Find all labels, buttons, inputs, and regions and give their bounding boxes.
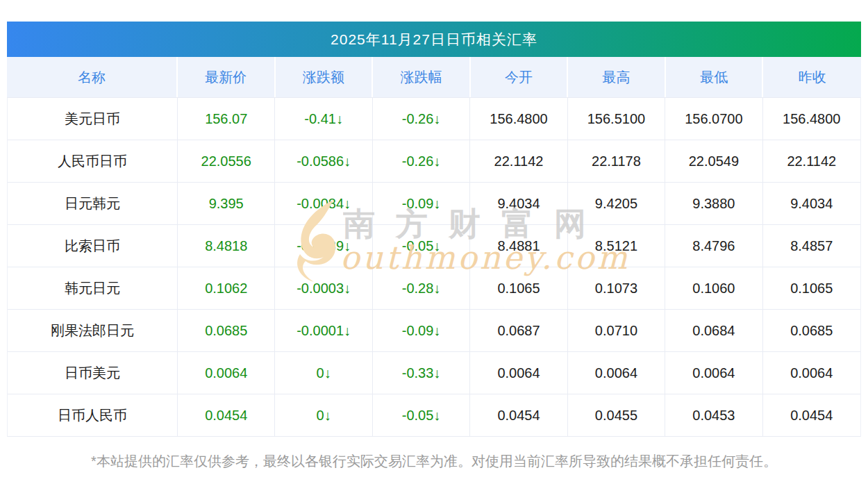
table-row: 比索日币8.4818-0.0039↓-0.05↓8.48818.51218.47…	[8, 225, 860, 267]
column-header-prev-close: 昨收	[763, 57, 861, 97]
cell-low: 8.4796	[665, 225, 762, 267]
cell-low: 0.0453	[665, 394, 762, 436]
cell-prev_close: 0.0064	[763, 352, 860, 394]
cell-high: 9.4205	[568, 183, 665, 224]
cell-prev_close: 0.1065	[763, 267, 860, 309]
table-row: 日币人民币0.04540↓-0.05↓0.04540.04550.04530.0…	[8, 394, 860, 437]
table-row: 美元日币156.07-0.41↓-0.26↓156.4800156.510015…	[8, 98, 860, 140]
cell-prev_close: 8.4857	[763, 225, 860, 267]
table-row: 日币美元0.00640↓-0.33↓0.00640.00640.00640.00…	[8, 352, 860, 394]
cell-open: 22.1142	[470, 140, 567, 182]
table-row: 刚果法郎日元0.0685-0.0001↓-0.09↓0.06870.07100.…	[8, 310, 860, 352]
cell-name: 人民币日币	[8, 140, 178, 182]
table-body: 美元日币156.07-0.41↓-0.26↓156.4800156.510015…	[7, 97, 861, 437]
cell-high: 156.5100	[568, 98, 665, 140]
cell-name: 刚果法郎日元	[8, 310, 178, 351]
cell-change_pct: -0.05↓	[373, 225, 470, 267]
exchange-rate-page: 2025年11月27日日币相关汇率 名称 最新价 涨跌额 涨跌幅 今开 最高 最…	[0, 0, 868, 484]
cell-change: 0↓	[275, 394, 372, 436]
cell-high: 0.0455	[568, 394, 665, 436]
cell-name: 日币美元	[8, 352, 178, 394]
table-row: 人民币日币22.0556-0.0586↓-0.26↓22.114222.1178…	[8, 140, 860, 183]
cell-low: 22.0549	[665, 140, 762, 182]
cell-change: -0.0586↓	[275, 140, 372, 182]
cell-low: 9.3880	[665, 183, 762, 224]
cell-low: 0.1060	[665, 267, 762, 309]
cell-change: 0↓	[275, 352, 372, 394]
cell-low: 0.0064	[665, 352, 762, 394]
cell-change: -0.0039↓	[275, 225, 372, 267]
cell-latest: 0.0454	[178, 394, 275, 436]
cell-latest: 0.0685	[178, 310, 275, 351]
cell-latest: 22.0556	[178, 140, 275, 182]
cell-open: 156.4800	[470, 98, 567, 140]
disclaimer-text: *本站提供的汇率仅供参考，最终以各银行实际交易汇率为准。对使用当前汇率所导致的结…	[0, 438, 868, 484]
cell-name: 美元日币	[8, 98, 178, 140]
cell-high: 22.1178	[568, 140, 665, 182]
column-header-change: 涨跌额	[276, 57, 372, 97]
cell-prev_close: 0.0454	[763, 394, 860, 436]
cell-change_pct: -0.26↓	[373, 140, 470, 182]
cell-change_pct: -0.33↓	[373, 352, 470, 394]
cell-prev_close: 22.1142	[763, 140, 860, 182]
cell-prev_close: 0.0685	[763, 310, 860, 351]
cell-open: 8.4881	[470, 225, 567, 267]
column-header-name: 名称	[7, 57, 176, 97]
cell-change_pct: -0.26↓	[373, 98, 470, 140]
page-title: 2025年11月27日日币相关汇率	[7, 22, 861, 57]
cell-open: 0.1065	[470, 267, 567, 309]
cell-latest: 9.395	[178, 183, 275, 224]
cell-change: -0.0001↓	[275, 310, 372, 351]
column-header-low: 最低	[666, 57, 762, 97]
cell-latest: 0.1062	[178, 267, 275, 309]
cell-name: 日元韩元	[8, 183, 178, 224]
cell-high: 8.5121	[568, 225, 665, 267]
cell-name: 日币人民币	[8, 394, 178, 436]
cell-low: 0.0684	[665, 310, 762, 351]
column-header-change-pct: 涨跌幅	[373, 57, 469, 97]
cell-open: 0.0687	[470, 310, 567, 351]
table-row: 日元韩元9.395-0.0084↓-0.09↓9.40349.42059.388…	[8, 183, 860, 225]
cell-change_pct: -0.09↓	[373, 310, 470, 351]
cell-change: -0.0003↓	[275, 267, 372, 309]
cell-prev_close: 156.4800	[763, 98, 860, 140]
table-row: 韩元日元0.1062-0.0003↓-0.28↓0.10650.10730.10…	[8, 267, 860, 310]
cell-name: 比索日币	[8, 225, 178, 267]
column-header-open: 今开	[471, 57, 567, 97]
column-header-high: 最高	[568, 57, 665, 97]
rate-table: 名称 最新价 涨跌额 涨跌幅 今开 最高 最低 昨收 美元日币156.07-0.…	[7, 57, 861, 437]
cell-open: 9.4034	[470, 183, 567, 224]
cell-latest: 0.0064	[178, 352, 275, 394]
cell-latest: 156.07	[178, 98, 275, 140]
cell-change_pct: -0.05↓	[373, 394, 470, 436]
cell-high: 0.1073	[568, 267, 665, 309]
cell-open: 0.0064	[470, 352, 567, 394]
cell-change_pct: -0.28↓	[373, 267, 470, 309]
cell-high: 0.0710	[568, 310, 665, 351]
table-header-row: 名称 最新价 涨跌额 涨跌幅 今开 最高 最低 昨收	[7, 57, 861, 97]
cell-change: -0.0084↓	[275, 183, 372, 224]
cell-latest: 8.4818	[178, 225, 275, 267]
cell-open: 0.0454	[470, 394, 567, 436]
cell-name: 韩元日元	[8, 267, 178, 309]
cell-high: 0.0064	[568, 352, 665, 394]
cell-change_pct: -0.09↓	[373, 183, 470, 224]
cell-change: -0.41↓	[275, 98, 372, 140]
column-header-latest: 最新价	[178, 57, 274, 97]
cell-prev_close: 9.4034	[763, 183, 860, 224]
cell-low: 156.0700	[665, 98, 762, 140]
